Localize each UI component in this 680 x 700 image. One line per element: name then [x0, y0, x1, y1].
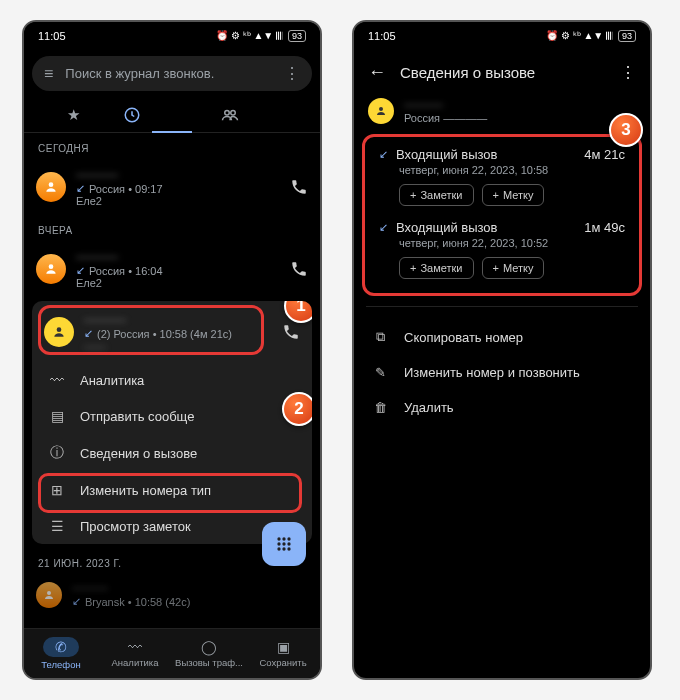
- menu-call-details[interactable]: ⓘСведения о вызове: [32, 434, 312, 472]
- call-duration: 4м 21с: [584, 147, 625, 162]
- avatar: [36, 582, 62, 608]
- clock: 11:05: [368, 30, 396, 42]
- contact-header[interactable]: ——— Россия ————: [354, 95, 650, 134]
- nav-analytics[interactable]: 〰Аналитика: [98, 629, 172, 678]
- nav-calls[interactable]: ◯Вызовы траф...: [172, 629, 246, 678]
- svg-point-9: [287, 537, 290, 540]
- svg-point-1: [225, 110, 230, 115]
- step-badge-2: 2: [282, 392, 312, 426]
- avatar: [44, 317, 74, 347]
- dialpad-fab[interactable]: [262, 522, 306, 566]
- tab-favorites[interactable]: ★: [24, 106, 123, 124]
- action-copy-number[interactable]: ⧉Скопировать номер: [354, 319, 650, 355]
- call-meta2: ——: [84, 340, 106, 352]
- hamburger-icon[interactable]: ≡: [44, 65, 53, 83]
- add-tag-chip[interactable]: +Метку: [482, 257, 545, 279]
- avatar: [36, 172, 66, 202]
- nav-save[interactable]: ▣Сохранить: [246, 629, 320, 678]
- incoming-arrow-icon: ↙: [379, 148, 388, 161]
- menu-send-message[interactable]: ▤Отправить сообще 2: [32, 398, 312, 434]
- tab-recent[interactable]: [123, 106, 222, 124]
- call-date: четверг, июня 22, 2023, 10:52: [379, 237, 625, 249]
- carrier: Еле2: [76, 277, 102, 289]
- call-button[interactable]: [290, 178, 308, 196]
- call-entry: ↙Входящий вызов 4м 21с четверг, июня 22,…: [369, 143, 635, 216]
- call-actions: ⧉Скопировать номер ✎Изменить номер и поз…: [354, 313, 650, 431]
- plus-icon: +: [410, 189, 416, 201]
- contact-name: ———: [84, 311, 126, 327]
- status-bar: 11:05 ⏰ ⚙ ᵏᵇ ▲▼ 𝄃𝄃𝄃 93: [354, 22, 650, 50]
- analytics-icon: 〰: [128, 639, 142, 655]
- call-row[interactable]: ——— ↙Россия • 16:04 Еле2: [24, 240, 320, 297]
- nav-phone[interactable]: ✆Телефон: [24, 629, 98, 678]
- incoming-arrow-icon: ↙: [72, 595, 81, 608]
- more-icon[interactable]: ⋮: [620, 63, 636, 82]
- bottom-nav: ✆Телефон 〰Аналитика ◯Вызовы траф... ▣Сох…: [24, 628, 320, 678]
- svg-point-16: [379, 107, 383, 111]
- trash-icon: 🗑: [372, 400, 388, 415]
- copy-icon: ⧉: [372, 329, 388, 345]
- add-note-chip[interactable]: +Заметки: [399, 184, 474, 206]
- call-button[interactable]: [282, 323, 300, 341]
- status-icons: ⏰ ⚙ ᵏᵇ ▲▼ 𝄃𝄃𝄃 93: [546, 30, 636, 42]
- section-yesterday: ВЧЕРА: [24, 215, 320, 240]
- svg-point-8: [282, 537, 285, 540]
- search-placeholder: Поиск в журнал звонков.: [65, 66, 272, 81]
- plus-icon: +: [493, 262, 499, 274]
- call-meta: Россия • 16:04: [89, 265, 163, 277]
- more-icon[interactable]: ⋮: [284, 64, 300, 83]
- contact-name: ———: [76, 248, 118, 264]
- call-type: Входящий вызов: [396, 220, 497, 235]
- contact-name: ———: [76, 166, 118, 182]
- call-date: четверг, июня 22, 2023, 10:58: [379, 164, 625, 176]
- notes-icon: ☰: [48, 518, 66, 534]
- call-row[interactable]: ——— ↙Bryansk • 10:58 (42с): [24, 573, 320, 616]
- carrier: Еле2: [76, 195, 102, 207]
- search-bar[interactable]: ≡ Поиск в журнал звонков. ⋮: [32, 56, 312, 91]
- section-today: СЕГОДНЯ: [24, 133, 320, 158]
- action-edit-and-call[interactable]: ✎Изменить номер и позвонить: [354, 355, 650, 390]
- phone-left: 11:05 ⏰ ⚙ ᵏᵇ ▲▼ 𝄃𝄃𝄃 93 ≡ Поиск в журнал …: [22, 20, 322, 680]
- plus-icon: +: [493, 189, 499, 201]
- status-icons: ⏰ ⚙ ᵏᵇ ▲▼ 𝄃𝄃𝄃 93: [216, 30, 306, 42]
- svg-point-5: [57, 327, 62, 332]
- svg-point-2: [231, 110, 236, 115]
- edit-icon: ✎: [372, 365, 388, 380]
- svg-point-12: [287, 542, 290, 545]
- svg-point-3: [49, 182, 54, 187]
- action-delete[interactable]: 🗑Удалить: [354, 390, 650, 425]
- title-bar: ← Сведения о вызове ⋮: [354, 50, 650, 95]
- svg-point-7: [277, 537, 280, 540]
- call-log-scroll[interactable]: СЕГОДНЯ ——— ↙Россия • 09:17 Еле2 ВЧЕРА —…: [24, 133, 320, 628]
- incoming-arrow-icon: ↙: [379, 221, 388, 234]
- call-row-selected[interactable]: ——— ↙(2) Россия • 10:58 (4м 21с) ——: [32, 301, 312, 362]
- status-bar: 11:05 ⏰ ⚙ ᵏᵇ ▲▼ 𝄃𝄃𝄃 93: [24, 22, 320, 50]
- reload-icon: ◯: [201, 639, 217, 655]
- svg-point-10: [277, 542, 280, 545]
- incoming-arrow-icon: ↙: [76, 182, 85, 195]
- call-meta: Bryansk • 10:58 (42с): [85, 596, 190, 608]
- call-meta: Россия • 09:17: [89, 183, 163, 195]
- svg-point-15: [287, 547, 290, 550]
- call-button[interactable]: [290, 260, 308, 278]
- battery: 93: [618, 30, 636, 42]
- call-row[interactable]: ——— ↙Россия • 09:17 Еле2: [24, 158, 320, 215]
- add-tag-chip[interactable]: +Метку: [482, 184, 545, 206]
- phone-icon: ✆: [43, 637, 79, 657]
- tab-contacts[interactable]: [221, 108, 320, 122]
- info-icon: ⓘ: [48, 444, 66, 462]
- menu-analytics[interactable]: 〰Аналитика: [32, 362, 312, 398]
- contact-name: ———: [72, 581, 108, 595]
- back-icon[interactable]: ←: [368, 62, 386, 83]
- step-badge-3: 3: [609, 113, 643, 147]
- analytics-icon: 〰: [48, 372, 66, 388]
- svg-point-13: [277, 547, 280, 550]
- save-icon: ▣: [277, 639, 290, 655]
- battery: 93: [288, 30, 306, 42]
- call-entry: ↙Входящий вызов 1м 49с четверг, июня 22,…: [369, 216, 635, 289]
- menu-edit-number[interactable]: ⊞Изменить номера тип: [32, 472, 312, 508]
- add-note-chip[interactable]: +Заметки: [399, 257, 474, 279]
- incoming-arrow-icon: ↙: [84, 327, 93, 340]
- contact-name: ———: [404, 97, 443, 112]
- screen-title: Сведения о вызове: [400, 64, 606, 81]
